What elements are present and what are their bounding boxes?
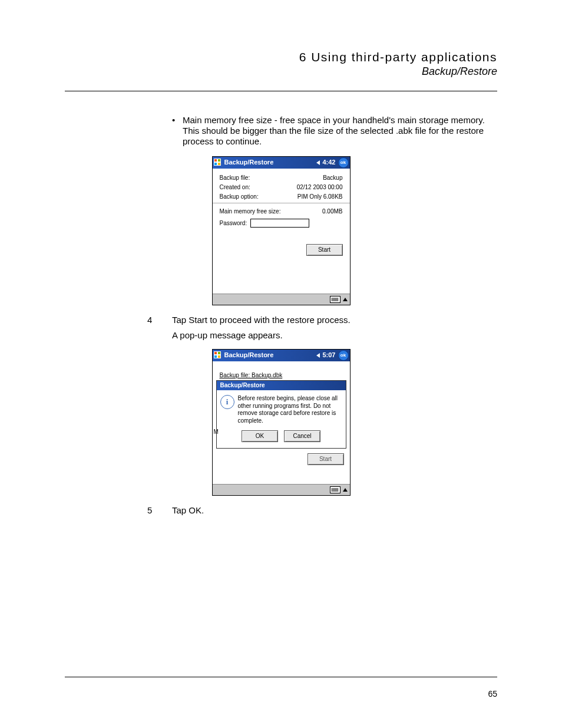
- title-text-1: Backup/Restore: [224, 159, 274, 166]
- row-password: Password:: [220, 219, 343, 228]
- footer-rule: [65, 677, 497, 677]
- label-password: Password:: [220, 220, 247, 227]
- start-row-1: Start: [220, 244, 343, 256]
- row-backup-file: Backup file: Backup: [220, 174, 343, 182]
- ok-button-2[interactable]: ok: [338, 350, 349, 361]
- title-bar-2: Backup/Restore 5:07 ok: [213, 350, 350, 361]
- bottom-bar-2: [213, 484, 350, 495]
- backup-file-line: Backup file: Backup.dbk: [213, 366, 350, 380]
- keyboard-icon[interactable]: [330, 296, 340, 303]
- value-memory: 0.00MB: [322, 208, 342, 215]
- label-memory: Main memory free size:: [220, 208, 281, 215]
- step-5: 5 Tap OK.: [147, 505, 497, 516]
- clock-time-2: 5:07: [322, 351, 335, 359]
- ppc-body-1: Backup file: Backup Created on: 02/12 20…: [213, 169, 350, 294]
- step-4-sub: A pop-up message appears.: [147, 330, 497, 341]
- dialog-cancel-button[interactable]: Cancel: [284, 430, 320, 442]
- content-area: • Main memory free size - free space in …: [65, 115, 497, 516]
- document-page: 6 Using third-party applications Backup/…: [0, 0, 562, 728]
- label-backup-file: Backup file:: [220, 174, 250, 182]
- value-backup-file: Backup: [323, 174, 342, 182]
- row-created-on: Created on: 02/12 2003 00:00: [220, 184, 343, 191]
- popup-dialog: Backup/Restore i Before restore begins, …: [216, 380, 346, 449]
- start-row-2: Start: [213, 452, 350, 471]
- sound-icon-2[interactable]: [316, 353, 320, 358]
- separator-line: [213, 203, 350, 203]
- page-header: 6 Using third-party applications Backup/…: [65, 50, 497, 84]
- step-4: 4 Tap Start to proceed with the restore …: [147, 315, 497, 325]
- label-created-on: Created on:: [220, 184, 250, 191]
- password-input[interactable]: [250, 219, 309, 228]
- input-selector-icon-2[interactable]: [343, 488, 348, 492]
- truncated-m: M: [214, 429, 219, 436]
- ppc-body-2: Backup file: Backup.dbk Backup/Restore i…: [213, 361, 350, 484]
- keyboard-icon-2[interactable]: [330, 486, 340, 493]
- dialog-message: Before restore begins, please close all …: [238, 395, 340, 424]
- input-selector-icon[interactable]: [343, 298, 348, 301]
- header-rule: [65, 91, 497, 91]
- step-5-text: Tap OK.: [147, 505, 497, 516]
- value-backup-option: PIM Only 6.08KB: [297, 193, 343, 200]
- value-created-on: 02/12 2003 00:00: [297, 184, 343, 191]
- sound-icon[interactable]: [316, 160, 320, 165]
- label-backup-option: Backup option:: [220, 193, 259, 200]
- bullet-icon: •: [172, 115, 175, 126]
- row-backup-option: Backup option: PIM Only 6.08KB: [220, 193, 343, 200]
- clock-time-1: 4:42: [322, 159, 335, 166]
- start-button-2[interactable]: Start: [308, 453, 344, 465]
- page-number: 65: [488, 689, 497, 699]
- row-memory: Main memory free size: 0.00MB: [220, 208, 343, 215]
- step-5-number: 5: [147, 505, 152, 516]
- start-button-1[interactable]: Start: [306, 244, 343, 256]
- dialog-body: i Before restore begins, please close al…: [217, 390, 346, 428]
- ppc-window-1: Backup/Restore 4:42 ok Backup file: Back…: [212, 156, 351, 305]
- screenshot-1-wrapper: Backup/Restore 4:42 ok Backup file: Back…: [65, 156, 497, 305]
- bullet-text: Main memory free size - free space in yo…: [183, 115, 485, 146]
- bullet-block: • Main memory free size - free space in …: [147, 115, 497, 147]
- start-flag-icon-2[interactable]: [214, 351, 222, 360]
- screenshot-2-wrapper: Backup/Restore 5:07 ok Backup file: Back…: [65, 349, 497, 496]
- bullet-item: • Main memory free size - free space in …: [183, 115, 497, 147]
- start-flag-icon[interactable]: [214, 159, 222, 167]
- dialog-buttons: OK Cancel: [217, 428, 346, 448]
- step-4-text: Tap Start to proceed with the restore pr…: [147, 315, 497, 325]
- dialog-ok-button[interactable]: OK: [242, 430, 278, 442]
- ok-button-1[interactable]: ok: [338, 157, 349, 168]
- chapter-title: 6 Using third-party applications: [65, 50, 497, 64]
- title-bar-1: Backup/Restore 4:42 ok: [213, 157, 350, 169]
- ppc-window-2: Backup/Restore 5:07 ok Backup file: Back…: [212, 349, 351, 496]
- section-subtitle: Backup/Restore: [65, 65, 497, 78]
- bottom-bar-1: [213, 294, 350, 305]
- step-4-number: 4: [147, 315, 152, 325]
- dialog-title: Backup/Restore: [217, 381, 346, 390]
- info-icon: i: [220, 395, 234, 409]
- title-text-2: Backup/Restore: [224, 351, 274, 359]
